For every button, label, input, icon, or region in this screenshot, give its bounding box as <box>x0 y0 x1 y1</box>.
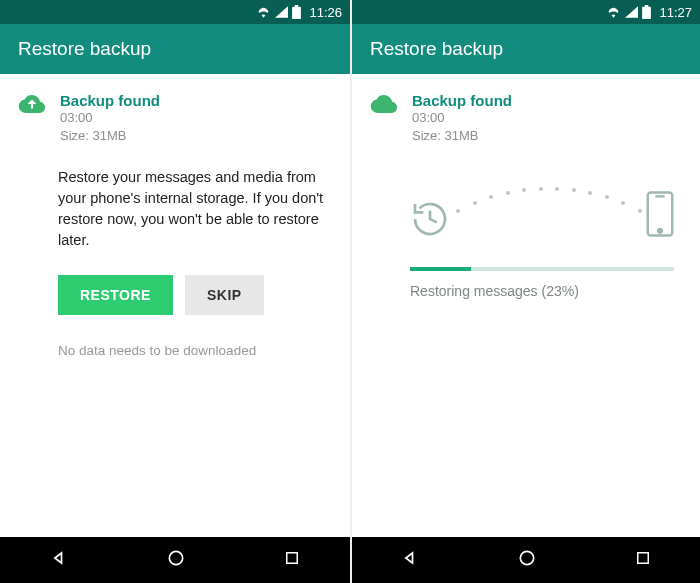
app-bar: Restore backup <box>0 24 350 74</box>
cloud-upload-icon <box>18 94 46 145</box>
nav-back-icon[interactable] <box>49 548 69 572</box>
history-icon <box>410 199 450 243</box>
progress-bar <box>410 267 674 271</box>
app-bar-title: Restore backup <box>370 38 503 60</box>
content: Backup found 03:00 Size: 31MB <box>352 74 700 537</box>
progress-fill <box>410 267 471 271</box>
skip-button[interactable]: SKIP <box>185 275 264 315</box>
svg-point-5 <box>520 551 533 564</box>
nav-recent-icon[interactable] <box>283 549 301 571</box>
nav-home-icon[interactable] <box>517 548 537 572</box>
nav-home-icon[interactable] <box>166 548 186 572</box>
content: Backup found 03:00 Size: 31MB Restore yo… <box>0 74 350 537</box>
signal-icon <box>275 6 288 18</box>
svg-rect-6 <box>637 553 648 564</box>
backup-row: Backup found 03:00 Size: 31MB <box>370 92 682 145</box>
battery-icon <box>292 5 301 19</box>
transfer-dots <box>456 187 642 191</box>
backup-size: Size: 31MB <box>412 127 512 145</box>
restore-description: Restore your messages and media from you… <box>58 167 328 251</box>
signal-icon <box>625 6 638 18</box>
cloud-icon <box>370 94 398 145</box>
status-clock: 11:26 <box>309 5 342 20</box>
nav-bar <box>352 537 700 583</box>
backup-meta: Backup found 03:00 Size: 31MB <box>412 92 512 145</box>
svg-point-0 <box>169 551 182 564</box>
nav-recent-icon[interactable] <box>634 549 652 571</box>
wifi-icon <box>256 6 271 18</box>
backup-title: Backup found <box>412 92 512 109</box>
button-row: RESTORE SKIP <box>58 275 332 315</box>
backup-title: Backup found <box>60 92 160 109</box>
backup-size: Size: 31MB <box>60 127 160 145</box>
phone-icon <box>646 191 674 241</box>
footer-note: No data needs to be downloaded <box>58 343 332 358</box>
wifi-icon <box>606 6 621 18</box>
app-bar-title: Restore backup <box>18 38 151 60</box>
backup-row: Backup found 03:00 Size: 31MB <box>18 92 332 145</box>
status-bar: 11:26 <box>0 0 350 24</box>
status-bar: 11:27 <box>352 0 700 24</box>
app-bar: Restore backup <box>352 24 700 74</box>
nav-back-icon[interactable] <box>400 548 420 572</box>
backup-meta: Backup found 03:00 Size: 31MB <box>60 92 160 145</box>
phone-left: 11:26 Restore backup Backup found 03:00 … <box>0 0 350 583</box>
svg-point-3 <box>658 229 662 233</box>
transfer-graphic <box>410 177 674 267</box>
restore-button[interactable]: RESTORE <box>58 275 173 315</box>
svg-rect-1 <box>287 553 298 564</box>
nav-bar <box>0 537 350 583</box>
battery-icon <box>642 5 651 19</box>
phone-right: 11:27 Restore backup Backup found 03:00 … <box>350 0 700 583</box>
progress-label: Restoring messages (23%) <box>410 283 682 299</box>
backup-time: 03:00 <box>412 109 512 127</box>
status-clock: 11:27 <box>659 5 692 20</box>
backup-time: 03:00 <box>60 109 160 127</box>
